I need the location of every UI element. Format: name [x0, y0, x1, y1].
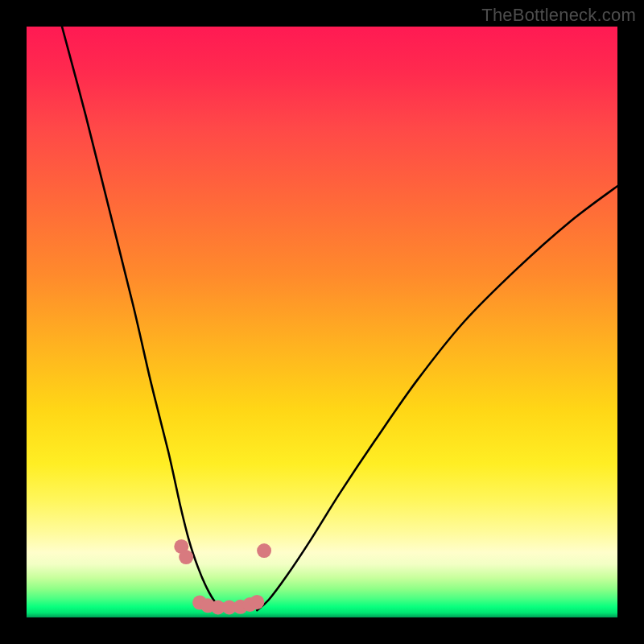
bottleneck-curve-right	[257, 186, 617, 610]
curve-layer	[27, 27, 617, 617]
plot-area	[27, 27, 617, 617]
marker-dot	[257, 543, 271, 558]
chart-frame: TheBottleneck.com	[0, 0, 644, 644]
marker-group	[174, 539, 271, 615]
watermark-text: TheBottleneck.com	[481, 5, 636, 26]
bottleneck-curve-left	[62, 27, 225, 610]
marker-dot	[179, 550, 193, 564]
marker-dot	[250, 595, 264, 609]
